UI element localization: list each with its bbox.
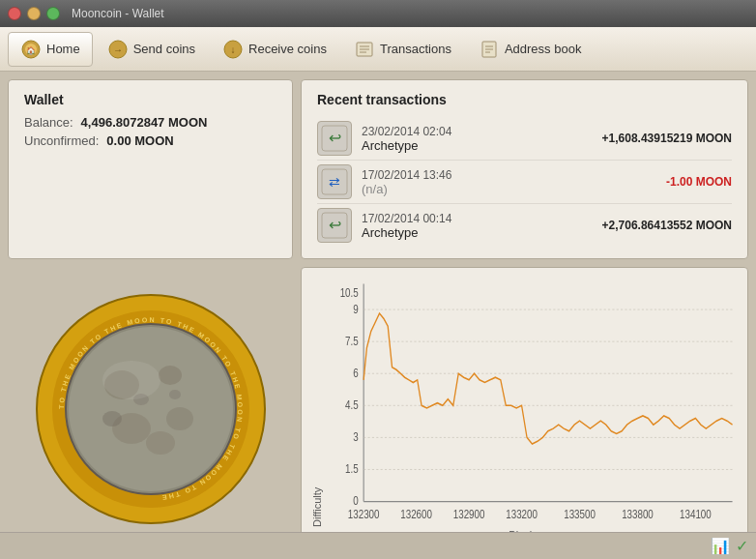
status-bar: 📊 ✓ [0, 532, 756, 559]
transactions-panel: Recent transactions ↩ 23/02/2014 02:04 A… [301, 79, 748, 259]
tx-item-0[interactable]: ↩ 23/02/2014 02:04 Archetype +1,608.4391… [317, 117, 732, 161]
tx-name-1: (n/a) [362, 182, 656, 196]
svg-text:↩: ↩ [329, 130, 341, 146]
tx-date-1: 17/02/2014 13:46 [362, 168, 656, 182]
unconfirmed-row: Unconfirmed: 0.00 MOON [24, 133, 276, 148]
svg-text:134100: 134100 [680, 508, 712, 520]
svg-text:133800: 133800 [622, 508, 654, 520]
chart-area: .grid { stroke: #c0bbb0; stroke-width: 0… [327, 278, 738, 527]
tab-home[interactable]: 🏠 Home [8, 32, 93, 67]
svg-point-34 [102, 361, 160, 399]
svg-text:↩: ↩ [329, 217, 341, 233]
close-button[interactable] [8, 7, 21, 20]
y-axis-label: Difficulty [311, 278, 323, 527]
addressbook-icon [479, 39, 500, 60]
tab-transactions-label: Transactions [380, 42, 451, 56]
chart-panel: Difficulty .grid { stroke: #c0bbb0; stro… [301, 267, 748, 551]
moon-coin: TO THE MOON TO THE MOON TO THE MOON TO T… [35, 293, 267, 525]
moon-area: TO THE MOON TO THE MOON TO THE MOON TO T… [8, 267, 293, 551]
title-bar: Mooncoin - Wallet [0, 0, 756, 27]
tx-name-0: Archetype [362, 138, 593, 153]
main-content: Wallet Balance: 4,496.8072847 MOON Uncon… [0, 72, 756, 559]
home-icon: 🏠 [20, 39, 42, 60]
tab-addressbook-label: Address book [505, 42, 582, 56]
tab-receive[interactable]: ↓ Receive coins [210, 32, 339, 67]
tx-name-2: Archetype [362, 225, 593, 240]
tx-amount-2: +2,706.86413552 MOON [602, 219, 732, 232]
tx-details-1: 17/02/2014 13:46 (n/a) [362, 168, 656, 196]
svg-point-29 [166, 407, 193, 430]
svg-text:6: 6 [353, 367, 358, 379]
svg-text:4.5: 4.5 [345, 398, 359, 411]
status-check-icon: ✓ [736, 537, 748, 555]
svg-text:0: 0 [353, 495, 358, 508]
svg-text:7.5: 7.5 [345, 335, 359, 347]
svg-text:🏠: 🏠 [26, 45, 36, 55]
tab-send-label: Send coins [133, 42, 195, 56]
chart-container: Difficulty .grid { stroke: #c0bbb0; stro… [311, 278, 738, 527]
svg-text:↓: ↓ [231, 44, 236, 55]
tx-date-0: 23/02/2014 02:04 [362, 125, 593, 138]
svg-text:132300: 132300 [348, 508, 380, 520]
unconfirmed-value: 0.00 MOON [106, 133, 173, 148]
svg-text:1.5: 1.5 [345, 463, 359, 476]
balance-label: Balance: [24, 115, 73, 130]
svg-text:→: → [113, 44, 123, 55]
tx-amount-1: -1.00 MOON [666, 175, 732, 189]
transactions-icon [354, 39, 375, 60]
tab-receive-label: Receive coins [248, 42, 327, 56]
tx-amount-0: +1,608.43915219 MOON [602, 132, 732, 145]
send-icon: → [107, 39, 129, 60]
svg-text:9: 9 [353, 303, 358, 315]
minimize-button[interactable] [27, 7, 41, 20]
balance-row: Balance: 4,496.8072847 MOON [24, 115, 276, 130]
tab-send[interactable]: → Send coins [95, 32, 208, 67]
svg-text:⇄: ⇄ [329, 174, 340, 190]
toolbar: 🏠 Home → Send coins ↓ Receive coins [0, 27, 756, 72]
svg-point-33 [169, 390, 181, 399]
svg-text:10.5: 10.5 [340, 286, 359, 299]
wallet-panel: Wallet Balance: 4,496.8072847 MOON Uncon… [8, 79, 293, 259]
bottom-row: TO THE MOON TO THE MOON TO THE MOON TO T… [8, 267, 748, 551]
balance-value: 4,496.8072847 MOON [81, 115, 208, 130]
svg-text:132900: 132900 [453, 508, 485, 520]
tx-details-0: 23/02/2014 02:04 Archetype [362, 125, 593, 153]
svg-point-27 [159, 366, 182, 385]
tx-item-1[interactable]: ⇄ 17/02/2014 13:46 (n/a) -1.00 MOON [317, 161, 732, 204]
window-title: Mooncoin - Wallet [72, 7, 164, 20]
maximize-button[interactable] [46, 7, 60, 20]
difficulty-chart: .grid { stroke: #c0bbb0; stroke-width: 0… [327, 278, 738, 527]
svg-text:3: 3 [353, 430, 358, 443]
tx-receive-icon-0: ↩ [317, 121, 352, 156]
svg-text:133500: 133500 [564, 508, 596, 520]
tx-date-2: 17/02/2014 00:14 [362, 212, 593, 225]
svg-point-31 [146, 431, 175, 455]
svg-point-25 [69, 327, 233, 491]
tab-addressbook[interactable]: Address book [466, 32, 595, 67]
wallet-title: Wallet [24, 92, 276, 107]
unconfirmed-label: Unconfirmed: [24, 133, 99, 148]
top-row: Wallet Balance: 4,496.8072847 MOON Uncon… [8, 79, 748, 259]
tx-receive-icon-2: ↩ [317, 208, 352, 243]
tx-item-2[interactable]: ↩ 17/02/2014 00:14 Archetype +2,706.8641… [317, 204, 732, 247]
tab-transactions[interactable]: Transactions [341, 32, 464, 67]
svg-text:132600: 132600 [400, 508, 432, 520]
status-chart-icon: 📊 [711, 537, 730, 555]
tx-details-2: 17/02/2014 00:14 Archetype [362, 212, 593, 240]
tx-send-icon-1: ⇄ [317, 164, 352, 199]
receive-icon: ↓ [222, 39, 244, 60]
transactions-title: Recent transactions [317, 92, 732, 107]
svg-point-30 [102, 411, 122, 427]
tab-home-label: Home [46, 42, 80, 56]
svg-text:133200: 133200 [506, 508, 538, 520]
